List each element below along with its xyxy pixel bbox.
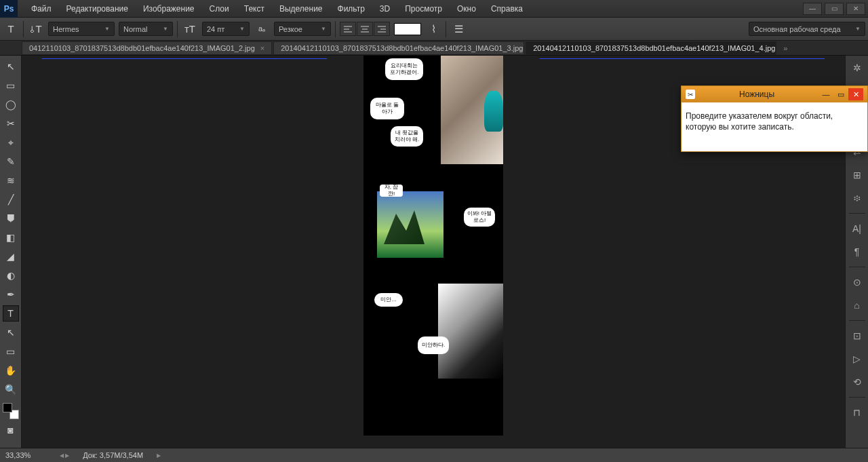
history-brush-tool[interactable]: ◧ bbox=[3, 229, 19, 246]
divider bbox=[23, 21, 24, 37]
speech-bubble: 미안… bbox=[374, 293, 403, 307]
menu-view[interactable]: Просмотр bbox=[398, 2, 449, 16]
font-style-dropdown[interactable]: Normal▼ bbox=[119, 22, 173, 36]
panel-icon[interactable]: ⊡ bbox=[849, 328, 865, 344]
path-select-tool[interactable]: ↖ bbox=[3, 324, 19, 341]
speech-bubble: 자, 잠깐! bbox=[380, 185, 403, 197]
workspace-dropdown[interactable]: Основная рабочая среда▼ bbox=[749, 22, 865, 36]
workspace-value: Основная рабочая среда bbox=[753, 25, 841, 33]
tools-panel: ↖ ▭ ◯ ✂ ⌖ ✎ ≋ ╱ ⛊ ◧ ◢ ◐ ✒ T ↖ ▭ ✋ 🔍 ◙ bbox=[0, 56, 22, 448]
shape-tool[interactable]: ▭ bbox=[3, 343, 19, 360]
maximize-button[interactable]: ▭ bbox=[825, 3, 844, 15]
document-tab[interactable]: 20140412110103_8701837513d8bdb01efbac4ae… bbox=[273, 41, 524, 55]
healing-tool[interactable]: ≋ bbox=[3, 172, 19, 189]
snip-title: Ножницы bbox=[699, 90, 814, 99]
font-size-dropdown[interactable]: 24 пт▼ bbox=[202, 22, 250, 36]
marquee-tool[interactable]: ▭ bbox=[3, 77, 19, 94]
align-right-button[interactable] bbox=[374, 22, 390, 36]
antialias-value: Резкое bbox=[279, 25, 302, 33]
zoom-level[interactable]: 33,33% bbox=[5, 451, 46, 459]
status-bar: 33,33% ◀ ▶ Док: 3,57M/3,54M ▶ bbox=[0, 448, 868, 462]
hand-tool[interactable]: ✋ bbox=[3, 362, 19, 379]
window-controls: — ▭ ✕ bbox=[803, 3, 868, 15]
snip-minimize-button[interactable]: — bbox=[818, 88, 833, 100]
eraser-tool[interactable]: ◢ bbox=[3, 248, 19, 265]
document-tab[interactable]: 0412110103_8701837513d8bdb01efbac4ae140f… bbox=[22, 41, 272, 55]
snip-close-button[interactable]: ✕ bbox=[848, 88, 863, 100]
aa-icon: aₐ bbox=[254, 21, 270, 37]
align-left-button[interactable] bbox=[340, 22, 356, 36]
font-family-dropdown[interactable]: Hermes▼ bbox=[48, 22, 115, 36]
styles-icon[interactable]: ⌂ bbox=[849, 297, 865, 313]
text-color-swatch[interactable] bbox=[394, 23, 421, 35]
snip-maximize-button[interactable]: ▭ bbox=[833, 88, 848, 100]
tab-label: 20140412110103_8701837513d8bdb01efbac4ae… bbox=[533, 44, 776, 52]
font-style-value: Normal bbox=[123, 25, 147, 33]
separator bbox=[849, 213, 865, 214]
panel-icon[interactable]: ⊓ bbox=[849, 404, 865, 421]
quick-mask-toggle[interactable]: ◙ bbox=[3, 422, 19, 438]
speech-bubble: 요리대회는 포기하겠어. bbox=[385, 58, 423, 80]
menu-window[interactable]: Окно bbox=[450, 2, 483, 16]
crop-tool[interactable]: ⌖ bbox=[3, 134, 19, 151]
type-tool[interactable]: T bbox=[3, 305, 19, 322]
lasso-tool[interactable]: ◯ bbox=[3, 96, 19, 113]
menu-edit[interactable]: Редактирование bbox=[60, 2, 135, 16]
move-tool[interactable]: ↖ bbox=[3, 58, 19, 75]
speech-bubble: 마을로 돌아가 bbox=[370, 98, 404, 119]
brush-tool[interactable]: ╱ bbox=[3, 191, 19, 208]
minimize-button[interactable]: — bbox=[803, 3, 822, 15]
foreground-color-swatch[interactable] bbox=[3, 403, 12, 412]
snipping-tool-window[interactable]: ✂ Ножницы — ▭ ✕ Проведите указателем вок… bbox=[681, 85, 868, 152]
chevron-icon[interactable]: ◀ ▶ bbox=[60, 453, 69, 459]
actions-icon[interactable]: ▷ bbox=[849, 351, 865, 367]
brushes-icon[interactable]: ፨ bbox=[849, 190, 865, 206]
type-orientation-icon[interactable]: ⫰T bbox=[28, 21, 44, 37]
type-tool-icon[interactable]: T bbox=[3, 21, 19, 37]
document-tabs: 0412110103_8701837513d8bdb01efbac4ae140f… bbox=[0, 41, 868, 56]
menu-layers[interactable]: Слои bbox=[203, 2, 236, 16]
foreground-background-colors[interactable] bbox=[3, 403, 19, 419]
font-family-value: Hermes bbox=[53, 25, 79, 33]
tab-label: 0412110103_8701837513d8bdb01efbac4ae140f… bbox=[29, 44, 255, 52]
color-wheel-icon[interactable]: ⊙ bbox=[849, 274, 865, 290]
compass-icon[interactable]: ✲ bbox=[849, 60, 865, 76]
warp-text-icon[interactable]: ⌇ bbox=[425, 21, 441, 37]
zoom-tool[interactable]: 🔍 bbox=[3, 381, 19, 398]
chevron-down-icon: ▼ bbox=[157, 26, 168, 32]
chevron-right-icon[interactable]: ▶ bbox=[157, 453, 161, 459]
menu-select[interactable]: Выделение bbox=[273, 2, 330, 16]
character-icon[interactable]: A| bbox=[849, 220, 865, 237]
quick-select-tool[interactable]: ✂ bbox=[3, 115, 19, 132]
options-bar: T ⫰T Hermes▼ Normal▼ тT 24 пт▼ aₐ Резкое… bbox=[0, 18, 868, 41]
document-tab-active[interactable]: 20140412110103_8701837513d8bdb01efbac4ae… bbox=[526, 41, 776, 55]
comic-panel bbox=[441, 56, 503, 164]
antialias-dropdown[interactable]: Резкое▼ bbox=[274, 22, 331, 36]
menu-filter[interactable]: Фильтр bbox=[331, 2, 372, 16]
paragraph-icon[interactable]: ¶ bbox=[849, 244, 865, 260]
swatches-icon[interactable]: ⊞ bbox=[849, 167, 865, 183]
menu-image[interactable]: Изображение bbox=[136, 2, 201, 16]
stamp-tool[interactable]: ⛊ bbox=[3, 210, 19, 227]
gradient-tool[interactable]: ◐ bbox=[3, 267, 19, 284]
menu-text[interactable]: Текст bbox=[237, 2, 271, 16]
speech-bubble: 미안하다. bbox=[418, 336, 449, 354]
comic-panel bbox=[438, 284, 503, 379]
titlebar: Ps Файл Редактирование Изображение Слои … bbox=[0, 0, 868, 18]
menu-help[interactable]: Справка bbox=[484, 2, 530, 16]
close-button[interactable]: ✕ bbox=[846, 3, 865, 15]
snip-titlebar[interactable]: ✂ Ножницы — ▭ ✕ bbox=[682, 86, 867, 102]
panels-toggle-icon[interactable]: ☰ bbox=[450, 21, 467, 37]
align-center-button[interactable] bbox=[357, 22, 373, 36]
menu-3d[interactable]: 3D bbox=[373, 2, 397, 16]
doc-size: Док: 3,57M/3,54M bbox=[83, 451, 143, 459]
menu-file[interactable]: Файл bbox=[24, 2, 58, 16]
pen-tool[interactable]: ✒ bbox=[3, 286, 19, 303]
font-size-icon: тT bbox=[182, 21, 198, 37]
history-icon[interactable]: ⟲ bbox=[849, 374, 865, 390]
eyedropper-tool[interactable]: ✎ bbox=[3, 153, 19, 170]
divider bbox=[335, 21, 336, 37]
tabs-overflow-button[interactable]: » bbox=[783, 44, 787, 52]
snip-body-text: Проведите указателем вокруг области, кот… bbox=[682, 102, 867, 151]
close-icon[interactable]: × bbox=[260, 44, 264, 52]
